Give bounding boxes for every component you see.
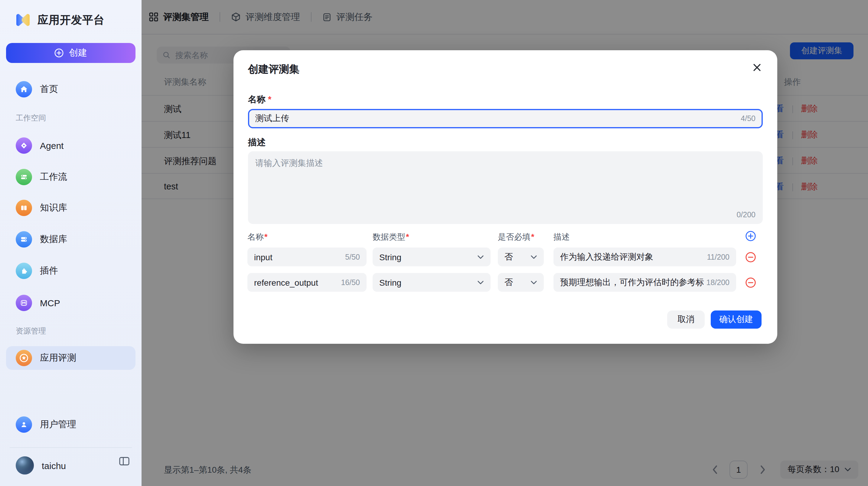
sidebar-item-label: MCP	[40, 297, 60, 308]
user-name: taichu	[42, 460, 66, 470]
param-name-counter: 5/50	[345, 253, 360, 261]
sidebar-item-label: Agent	[40, 140, 63, 150]
param-desc-field[interactable]: 预期理想输出，可作为评估时的参考标 18/200	[554, 273, 736, 292]
mcp-icon	[16, 294, 32, 311]
required-asterisk: *	[406, 232, 409, 241]
param-desc-value: 作为输入投递给评测对象	[560, 252, 707, 262]
knowledge-icon	[16, 199, 32, 216]
description-field[interactable]: 0/200	[248, 151, 763, 224]
param-type-select[interactable]: String	[373, 273, 491, 292]
app-root: 应用开发平台 创建 首页 工作空间 Agent	[0, 0, 868, 486]
sidebar-item-home[interactable]: 首页	[0, 77, 142, 101]
sidebar-item-mcp[interactable]: MCP	[0, 290, 142, 315]
cancel-button[interactable]: 取消	[667, 311, 705, 328]
workflow-icon	[16, 169, 32, 185]
create-eval-set-modal: 创建评测集 名称* 4/50 描述 0/200 名称* 数据类型* 是否必填*	[234, 50, 777, 344]
sidebar-item-user-management[interactable]: 用户管理	[0, 412, 142, 436]
create-button-label: 创建	[69, 47, 87, 59]
remove-param-icon[interactable]	[745, 277, 756, 290]
chevron-down-icon	[477, 255, 484, 259]
param-type-select[interactable]: String	[373, 248, 491, 266]
required-asterisk: *	[268, 94, 271, 104]
sidebar-divider	[10, 447, 132, 448]
sidebar-item-label: 插件	[40, 265, 58, 276]
desc-char-counter: 0/200	[737, 210, 755, 219]
sidebar-item-label: 首页	[40, 83, 58, 95]
app-eval-icon	[16, 350, 32, 366]
required-asterisk: *	[264, 232, 268, 241]
sidebar-item-database[interactable]: 数据库	[0, 227, 142, 251]
user-icon	[16, 416, 32, 432]
name-field-label: 名称*	[248, 94, 271, 105]
sidebar-item-label: 工作流	[40, 171, 67, 182]
sidebar-item-workflow[interactable]: 工作流	[0, 165, 142, 189]
required-asterisk: *	[531, 232, 534, 241]
sidebar-item-knowledge[interactable]: 知识库	[0, 196, 142, 220]
avatar	[16, 456, 34, 475]
param-desc-value: 预期理想输出，可作为评估时的参考标	[560, 277, 707, 288]
param-required-value: 否	[504, 277, 530, 288]
param-name-value: reference_output	[254, 278, 341, 287]
sidebar: 应用开发平台 创建 首页 工作空间 Agent	[0, 0, 142, 486]
remove-param-icon[interactable]	[745, 252, 756, 265]
sidebar-item-plugin[interactable]: 插件	[0, 258, 142, 283]
sidebar-item-label: 知识库	[40, 202, 67, 213]
plugin-icon	[16, 262, 32, 279]
param-type-value: String	[379, 278, 477, 287]
param-name-field[interactable]: reference_output 16/50	[247, 273, 367, 292]
confirm-create-button[interactable]: 确认创建	[711, 311, 762, 328]
param-required-value: 否	[504, 252, 530, 262]
param-desc-field[interactable]: 作为输入投递给评测对象 11/200	[554, 248, 736, 266]
param-header-type: 数据类型*	[373, 232, 409, 243]
home-icon	[16, 81, 32, 97]
name-input[interactable]	[255, 114, 741, 123]
param-desc-counter: 11/200	[707, 253, 730, 261]
sidebar-section-workspace: 工作空间	[16, 113, 46, 123]
plus-circle-icon	[55, 49, 63, 57]
sidebar-item-label: 数据库	[40, 233, 67, 245]
sidebar-item-agent[interactable]: Agent	[0, 133, 142, 158]
add-param-icon[interactable]	[745, 231, 756, 244]
param-header-required: 是否必填*	[498, 232, 534, 243]
modal-title: 创建评测集	[248, 62, 300, 76]
close-icon[interactable]	[752, 63, 762, 75]
param-type-value: String	[379, 252, 477, 262]
chevron-down-icon	[530, 255, 537, 259]
name-field[interactable]: 4/50	[248, 109, 763, 128]
param-name-value: input	[254, 252, 345, 262]
name-char-counter: 4/50	[741, 114, 755, 123]
collapse-sidebar-icon[interactable]	[119, 456, 129, 468]
description-textarea[interactable]	[248, 151, 763, 207]
app-logo: 应用开发平台	[14, 11, 105, 28]
param-header-desc: 描述	[554, 232, 570, 243]
param-required-select[interactable]: 否	[498, 273, 544, 292]
modal-footer: 取消 确认创建	[667, 311, 762, 328]
agent-icon	[16, 137, 32, 153]
sidebar-item-app-eval[interactable]: 应用评测	[6, 346, 135, 370]
logo-icon	[14, 11, 31, 28]
param-desc-counter: 18/200	[707, 278, 730, 287]
user-profile[interactable]: taichu	[0, 453, 142, 478]
param-header-name: 名称*	[247, 232, 268, 243]
desc-field-label: 描述	[248, 137, 266, 148]
database-icon	[16, 231, 32, 247]
chevron-down-icon	[477, 280, 484, 285]
param-header-row: 名称* 数据类型* 是否必填* 描述	[234, 232, 777, 243]
param-row: reference_output 16/50 String 否 预期理想输出，可…	[234, 273, 777, 292]
sidebar-item-label: 用户管理	[40, 419, 76, 430]
param-required-select[interactable]: 否	[498, 248, 544, 266]
create-button[interactable]: 创建	[6, 43, 135, 63]
app-title: 应用开发平台	[37, 13, 105, 27]
chevron-down-icon	[530, 280, 537, 285]
param-name-field[interactable]: input 5/50	[247, 248, 367, 266]
sidebar-section-resource: 资源管理	[16, 326, 46, 337]
sidebar-item-label: 应用评测	[40, 352, 76, 364]
param-row: input 5/50 String 否 作为输入投递给评测对象 11/200	[234, 248, 777, 266]
param-name-counter: 16/50	[341, 278, 360, 287]
